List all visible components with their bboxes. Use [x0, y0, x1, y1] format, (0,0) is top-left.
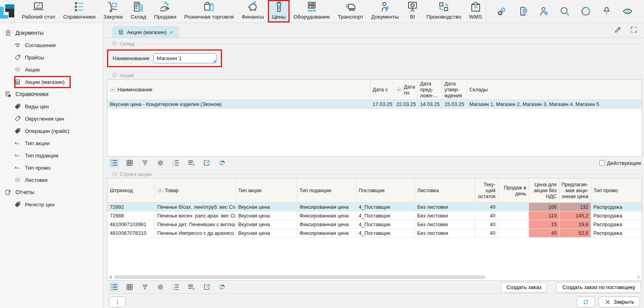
col-header-sales-per-day[interactable]: Продаж в день	[498, 178, 529, 202]
grid-toolbar-button[interactable]	[140, 158, 150, 168]
lines-table-row[interactable]: 4810067078210 Печенье Импрессо с др.арах…	[107, 229, 642, 238]
grid-toolbar-button[interactable]	[109, 158, 119, 168]
create-order-by-supplier-button[interactable]: Создать заказ по поставщику	[556, 282, 641, 293]
topbar-action-icon[interactable]	[580, 6, 591, 17]
col-header-date-approve[interactable]: Дата утвер-ждения	[442, 79, 467, 100]
topbar-action-icon[interactable]	[622, 6, 633, 17]
grid-toolbar-button[interactable]	[156, 158, 165, 168]
nav-module-item[interactable]: Закупки	[100, 0, 127, 23]
lines-table-row[interactable]: 72888 Печенье весен. рапс.арах. вес Сп..…	[107, 212, 642, 220]
col-header-date-offer[interactable]: Дата пред-ложе-...	[418, 79, 442, 100]
grid-toolbar-button[interactable]	[156, 282, 165, 292]
nav-module-item[interactable]: Продажи	[150, 0, 180, 23]
promo-table-row[interactable]: Вкусная цена - Кондитерские изделия (Эко…	[107, 100, 642, 109]
tree-item[interactable]: Aa Тип подакции	[14, 149, 65, 162]
col-header-name[interactable]: Наименование	[107, 79, 370, 100]
tree-item[interactable]: Округления цен	[14, 113, 70, 125]
grid-toolbar-button[interactable]	[125, 282, 134, 292]
col-header-promo-type[interactable]: Тип акции	[236, 178, 297, 202]
col-header-stock[interactable]: Теку-щий остаток	[475, 178, 498, 202]
lines-table-row[interactable]: 72892 Печенье б/сах. лен/отруб. вес Сп..…	[107, 203, 642, 212]
collapse-icon[interactable]	[112, 72, 117, 78]
grid-toolbar-button[interactable]	[125, 158, 134, 168]
tree-item[interactable]: Регистр цен	[14, 198, 61, 211]
active-promos-checkbox-input[interactable]	[599, 160, 605, 166]
lines-table-row[interactable]: 4810067103981 Печенье дет. Печеняшки с в…	[107, 220, 642, 229]
topbar-action-icon[interactable]	[497, 6, 507, 17]
tree-item[interactable]: Aa Тип акции	[14, 137, 56, 149]
tree-item[interactable]: Прайсы	[14, 51, 51, 64]
horizontal-scrollbar[interactable]	[109, 275, 640, 279]
col-header-promo-kind[interactable]: Тип промо	[591, 178, 642, 202]
topbar-action-icon[interactable]	[539, 6, 549, 17]
tree-item[interactable]: Отчеты	[5, 186, 41, 198]
grid-toolbar-button[interactable]	[217, 158, 227, 168]
nav-module-item[interactable]: Склад	[127, 0, 150, 23]
scroll-right-arrow[interactable]	[638, 275, 640, 279]
col-header-date-from[interactable]: Дата с	[370, 79, 394, 100]
nav-module-item[interactable]: Оборудование	[290, 0, 334, 23]
nav-module-item[interactable]: Справочники	[59, 0, 100, 23]
cell-leaflet: Без листовки	[415, 203, 475, 211]
tab-close-icon[interactable]: ×	[169, 29, 173, 35]
col-header-sub-type[interactable]: Тип подакции	[297, 178, 356, 202]
nav-module-item[interactable]: WMS	[465, 0, 486, 23]
sort-asc-icon[interactable]	[110, 87, 115, 93]
collapse-icon[interactable]	[112, 171, 117, 177]
grid-toolbar-button[interactable]	[186, 158, 196, 168]
cell-sales-per-day	[498, 212, 529, 220]
tree-item[interactable]: Aa Тип промо	[14, 162, 57, 174]
fullscreen-icon[interactable]	[630, 26, 638, 34]
nav-module-item[interactable]: Розничная торговля	[180, 0, 237, 23]
col-header-price-no-vat[interactable]: Цена для акции без НДС	[529, 178, 559, 202]
grid-toolbar-button[interactable]	[186, 282, 196, 292]
nav-module-item[interactable]: BI	[403, 0, 422, 23]
tree-item[interactable]: Документы	[5, 27, 50, 39]
close-form-button[interactable]: Закрыть	[599, 297, 640, 307]
edit-pencil-icon[interactable]	[614, 26, 622, 34]
collapse-icon[interactable]	[112, 41, 117, 46]
grid-toolbar-button[interactable]	[202, 158, 211, 168]
col-header-date-to[interactable]: Дата по	[394, 79, 418, 100]
col-header-product[interactable]: Товар	[155, 178, 236, 202]
sort-asc-icon[interactable]	[157, 188, 163, 193]
topbar-action-icon[interactable]	[559, 6, 570, 17]
col-header-supplier[interactable]: Поставщик	[356, 178, 415, 202]
create-order-button[interactable]: Создать заказ	[501, 282, 548, 293]
tree-item[interactable]: Операции (прайс)	[14, 125, 76, 137]
tree-item[interactable]: Акции	[14, 64, 46, 76]
tree-item[interactable]: Акции (магазин)	[14, 76, 71, 88]
topbar-action-icon[interactable]	[518, 6, 528, 17]
tree-item[interactable]: Справочники	[5, 88, 55, 100]
more-actions-button[interactable]	[109, 297, 126, 307]
sort-desc-icon[interactable]	[396, 87, 402, 93]
col-header-proposed-price[interactable]: Предлагае-мая акци-онная цена	[559, 178, 591, 202]
tree-item[interactable]: Соглашения	[14, 39, 62, 51]
nav-module-item[interactable]: $ Цены	[268, 0, 290, 23]
warehouse-name-input[interactable]	[153, 53, 217, 63]
grid-toolbar-button[interactable]	[140, 282, 150, 292]
col-header-leaflet[interactable]: Листовка	[415, 178, 475, 202]
grid-toolbar-button[interactable]: 123	[171, 282, 181, 292]
active-promos-checkbox[interactable]: Действующие	[599, 160, 641, 166]
grid-toolbar-button[interactable]	[109, 282, 119, 292]
grid-toolbar-button[interactable]	[217, 282, 227, 292]
nav-module-item[interactable]: Финансы	[238, 0, 268, 23]
scroll-left-arrow[interactable]	[109, 275, 111, 279]
app-logo[interactable]	[0, 0, 15, 23]
tree-item[interactable]: Виды цен	[14, 100, 55, 113]
col-header-barcode[interactable]: Штрихкод	[107, 178, 155, 202]
nav-module-item[interactable]: Транспорт	[334, 0, 367, 23]
topbar-action-icon[interactable]	[601, 6, 612, 17]
grid-toolbar-button[interactable]	[202, 282, 211, 292]
col-header-stores[interactable]: Склады	[467, 79, 642, 100]
tab-promo-store[interactable]: Акции (магазин) ×	[113, 26, 179, 38]
grid-toolbar-button[interactable]: 123	[171, 158, 181, 168]
nav-module-item[interactable]: Производство	[422, 0, 465, 23]
tree-item-icon	[14, 201, 21, 208]
nav-module-item[interactable]: Документы	[367, 0, 403, 23]
scrollbar-thumb[interactable]	[114, 275, 486, 279]
nav-module-item[interactable]: Рабочий стол	[18, 0, 59, 23]
tree-item[interactable]: Листовки	[14, 174, 54, 186]
refresh-button[interactable]	[577, 297, 595, 307]
